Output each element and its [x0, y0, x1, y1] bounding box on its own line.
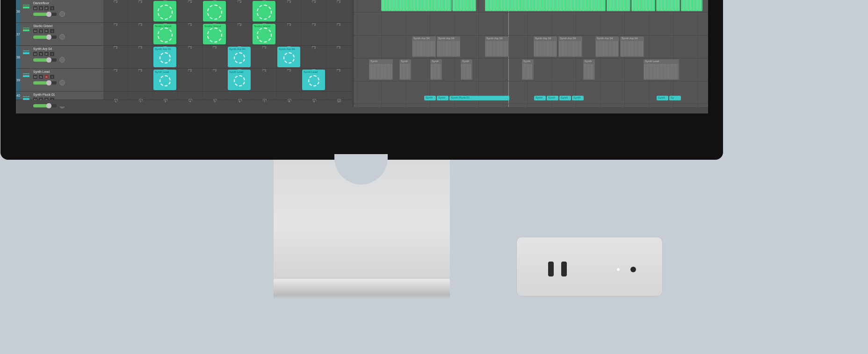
track-m-button[interactable]: M [33, 52, 37, 56]
track-s-button[interactable]: S [39, 29, 43, 33]
audio-clip[interactable] [381, 0, 452, 11]
timeline-cell[interactable]: Studio Grand [203, 23, 227, 45]
audio-clip[interactable]: Synth Pluck 01 [449, 96, 509, 100]
audio-clip[interactable]: Synth Arp 04 [620, 36, 644, 57]
loop-icon[interactable] [114, 23, 118, 26]
loop-icon[interactable] [337, 46, 341, 49]
audio-clip[interactable] [485, 0, 606, 11]
ruler-number[interactable]: 2 [128, 100, 153, 106]
timeline-cell[interactable] [128, 0, 153, 22]
loop-icon[interactable] [138, 0, 143, 3]
arrange-row[interactable] [354, 35, 708, 58]
track-r-button[interactable]: R [44, 52, 49, 56]
timeline-cell[interactable] [178, 46, 203, 68]
timeline-cell[interactable]: Synth Lead [153, 69, 178, 91]
audio-clip[interactable] [656, 0, 680, 11]
track-r-button[interactable]: R [44, 29, 49, 33]
region-clip[interactable]: Synth Arp 04 [153, 47, 176, 67]
loop-icon[interactable] [337, 23, 341, 26]
region-clip[interactable]: Studio Grand [153, 24, 176, 44]
arrange-panel[interactable]: Synth Arp 04Synth Arp 04Synth Arp 04Synt… [354, 0, 708, 107]
timeline-cell[interactable] [178, 0, 203, 22]
timeline-cell[interactable] [103, 69, 128, 91]
ruler-number[interactable]: 4 [178, 100, 203, 106]
timeline-cell[interactable] [302, 23, 326, 45]
track-s-button[interactable]: S [39, 75, 43, 79]
loop-icon[interactable] [337, 0, 341, 3]
audio-clip[interactable]: Synth Lead [644, 59, 679, 80]
timeline-cell[interactable] [203, 0, 227, 22]
timeline-cell[interactable] [128, 46, 153, 68]
loop-icon[interactable] [138, 46, 143, 49]
audio-clip[interactable]: Synth [583, 59, 595, 80]
audio-clip[interactable]: Synth Arp 04 [595, 36, 619, 57]
timeline-cell[interactable] [326, 23, 351, 45]
timeline-cell[interactable] [227, 92, 252, 99]
loop-icon[interactable] [138, 69, 143, 71]
audio-clip[interactable] [452, 0, 476, 11]
loop-icon[interactable] [213, 69, 217, 71]
timeline-cell[interactable] [178, 23, 203, 45]
timeline-cell[interactable] [252, 46, 277, 68]
track-i-button[interactable]: I [50, 75, 54, 79]
volume-slider[interactable] [33, 35, 57, 39]
track-header[interactable]: DancefloorMSRI [21, 0, 103, 22]
audio-clip[interactable]: Synth [657, 96, 668, 100]
timeline-cell[interactable] [277, 0, 302, 22]
timeline-cell[interactable] [277, 69, 302, 91]
ruler-number[interactable]: 5 [203, 100, 227, 106]
loop-icon[interactable] [114, 0, 118, 3]
track-m-button[interactable]: M [33, 75, 37, 79]
track-m-button[interactable]: M [33, 29, 37, 33]
track-s-button[interactable]: S [39, 52, 43, 56]
timeline-cell[interactable] [203, 69, 227, 91]
region-clip[interactable]: Synth Arp 04 [228, 47, 251, 67]
audio-clip[interactable]: Synth [572, 96, 584, 100]
audio-clip[interactable]: Synth [399, 59, 411, 80]
timeline-cell[interactable]: Studio Grand [153, 23, 178, 45]
timeline-cell[interactable] [153, 92, 178, 99]
timeline-cell[interactable] [326, 0, 351, 22]
volume-slider[interactable] [33, 13, 57, 16]
loop-icon[interactable] [238, 0, 242, 3]
audio-clip[interactable]: Synth Arp 04 [558, 36, 582, 57]
timeline-cell[interactable] [103, 92, 128, 99]
audio-clip[interactable] [681, 0, 702, 11]
ruler-number[interactable]: 10 [326, 100, 351, 106]
arrange-row[interactable] [354, 81, 708, 104]
timeline-cell[interactable] [252, 92, 277, 99]
region-clip[interactable]: Synth Arp 04 [277, 47, 300, 67]
timeline-cell[interactable] [326, 46, 351, 68]
timeline-cell[interactable] [252, 0, 277, 22]
loop-icon[interactable] [287, 23, 291, 26]
loop-icon[interactable] [188, 69, 192, 71]
loop-icon[interactable] [312, 46, 316, 49]
timeline-cell[interactable] [326, 69, 351, 91]
audio-clip[interactable]: Synth [369, 59, 393, 80]
ruler-number[interactable]: 6 [227, 100, 252, 106]
pan-knob[interactable] [59, 34, 65, 40]
loop-icon[interactable] [188, 46, 192, 49]
loop-icon[interactable] [188, 23, 192, 26]
pan-knob[interactable] [59, 11, 65, 17]
region-clip[interactable]: Synth Lead [228, 70, 251, 90]
track-r-button[interactable]: R [44, 75, 49, 79]
timeline-cell[interactable] [227, 0, 252, 22]
loop-icon[interactable] [138, 23, 143, 26]
timeline-cell[interactable] [128, 69, 153, 91]
timeline-cell[interactable] [227, 23, 252, 45]
ruler-number[interactable]: 3 [153, 100, 178, 106]
timeline-cell[interactable]: Synth Lead [302, 69, 326, 91]
track-i-button[interactable]: I [50, 52, 54, 56]
audio-clip[interactable]: Synth [547, 96, 558, 100]
audio-clip[interactable]: Synth [437, 96, 448, 100]
loop-icon[interactable] [287, 0, 291, 3]
audio-clip[interactable]: Synth Arp 04 [437, 36, 460, 57]
timeline-cell[interactable] [252, 69, 277, 91]
volume-slider[interactable] [33, 104, 57, 107]
timeline-cell[interactable]: Synth Arp 04 [227, 46, 252, 68]
arrange-row[interactable] [354, 13, 708, 35]
pan-knob[interactable] [59, 80, 65, 85]
track-m-button[interactable]: M [33, 6, 37, 10]
audio-clip[interactable]: Synth [534, 96, 546, 100]
